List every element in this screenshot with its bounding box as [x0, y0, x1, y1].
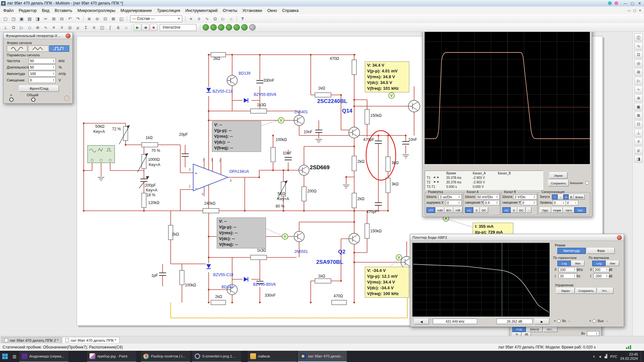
menu-10[interactable]: Установки: [240, 7, 265, 14]
component-label[interactable]: 3kΩ: [392, 182, 399, 186]
task-view-icon[interactable]: ▥: [10, 351, 19, 362]
out-terminal[interactable]: [592, 319, 596, 323]
thd-button[interactable]: THD: [512, 327, 526, 332]
volume-icon[interactable]: ◄: [598, 355, 602, 358]
cursor-left-button[interactable]: ◀: [414, 319, 429, 324]
vertical-log-button[interactable]: Log: [592, 261, 606, 266]
component-label[interactable]: Key=A: [278, 197, 289, 201]
save-file-icon[interactable]: ▣: [18, 15, 25, 22]
t2-left-arrow-icon[interactable]: ◀: [433, 181, 435, 183]
component-label[interactable]: 7: [202, 159, 204, 162]
component-label[interactable]: BZV55-B5V6: [254, 93, 276, 97]
channel-b-scale-input[interactable]: 2 V/Div▲▼: [513, 194, 537, 200]
menu-12[interactable]: Справка: [279, 7, 301, 14]
place-component-icon[interactable]: Ω: [211, 15, 219, 22]
component-label[interactable]: 1kΩ: [318, 274, 325, 278]
component-label[interactable]: 1kΩ: [318, 86, 325, 90]
probe-voltage-icon[interactable]: [203, 24, 209, 31]
component-label[interactable]: 1kΩ: [146, 136, 153, 140]
interactive-mode-box[interactable]: Interactive: [160, 24, 196, 31]
stop-simulation-button[interactable]: ■: [150, 24, 157, 31]
bode-plotter-icon[interactable]: ▷: [634, 77, 643, 85]
component-label[interactable]: 2kΩ: [215, 295, 222, 299]
zoom-out-icon[interactable]: ⊖: [93, 15, 101, 22]
trigger-rising-edge-button[interactable]: ↑: [552, 194, 558, 200]
probe-power-icon[interactable]: [218, 24, 224, 31]
print-icon[interactable]: ▤: [26, 15, 33, 22]
component-label[interactable]: 150kΩ: [370, 229, 382, 233]
bode-plotter-titlebar[interactable]: Плоттер Боде-XBP2: [410, 234, 624, 241]
pause-simulation-button[interactable]: ▮▮: [142, 24, 149, 31]
t2-right-arrow-icon[interactable]: ▶: [437, 181, 439, 183]
component-label[interactable]: 1000Ω: [148, 158, 160, 162]
component-label[interactable]: 10nF: [304, 130, 312, 134]
place-cmos-icon[interactable]: ≡: [50, 24, 58, 31]
maximize-button[interactable]: ▢: [630, 1, 635, 5]
component-label[interactable]: 2kΩ: [357, 160, 365, 164]
horizontal-log-button[interactable]: Log: [557, 261, 571, 266]
menu-8[interactable]: Инструментарий: [183, 7, 220, 14]
menu-6[interactable]: Моделирование: [118, 7, 154, 14]
menu-7[interactable]: Трансляция: [154, 7, 183, 14]
channel-b-minus-button[interactable]: -: [526, 207, 531, 213]
place-ttl-icon[interactable]: ∿: [42, 24, 50, 31]
channel-a-zero-button[interactable]: 0: [473, 207, 480, 213]
trigger-level-input[interactable]: 0▲▼: [553, 200, 566, 205]
horizontal-initial-input[interactable]: 20▲▼: [559, 274, 577, 279]
open-file-icon[interactable]: ◳: [10, 15, 17, 22]
function-generator-titlebar[interactable]: Функциональный генератор-X...: [4, 32, 72, 39]
component-label[interactable]: 18 %: [147, 193, 155, 197]
help-icon[interactable]: ?: [239, 15, 246, 22]
sinad-button[interactable]: SINAD: [526, 327, 543, 332]
component-label[interactable]: 120kΩ: [148, 201, 159, 205]
component-label[interactable]: Key=A: [149, 163, 160, 167]
component-label[interactable]: 2N5401: [294, 110, 308, 114]
component-label[interactable]: Key=A: [146, 188, 157, 192]
vertical-initial-input[interactable]: -200▲▼: [593, 274, 610, 279]
horizontal-lin-button[interactable]: Лин: [571, 261, 584, 266]
component-label[interactable]: 330nF: [263, 79, 274, 83]
frequency-counter-icon[interactable]: ≈: [634, 86, 643, 93]
taskbar-app-browser[interactable]: 0-izmeritel-t-png.1...: [192, 351, 241, 362]
oscilloscope-window[interactable]: Осциллограф-XSC1 Время Канал_A Канал_B T…: [422, 15, 592, 217]
component-label[interactable]: 8: [219, 159, 221, 162]
new-file-icon[interactable]: ▢: [2, 15, 9, 22]
trigger-b-button[interactable]: B: [569, 194, 574, 200]
minimize-button[interactable]: —: [623, 1, 628, 5]
child-close-button[interactable]: ✕: [639, 9, 641, 12]
list-view-icon[interactable]: ≡: [187, 15, 195, 22]
four-channel-oscilloscope-icon[interactable]: ⊞: [634, 68, 643, 76]
component-label[interactable]: 150kΩ: [370, 114, 382, 118]
zoom-area-icon[interactable]: ⊡: [101, 15, 109, 22]
channel-a-scale-input[interactable]: 50 mV/Div▲▼: [476, 194, 500, 200]
project-home-icon[interactable]: ⌂: [227, 15, 235, 22]
component-label[interactable]: OPA134UA: [229, 170, 249, 174]
place-rf-icon[interactable]: ◫: [98, 24, 106, 31]
bode-plotter-window[interactable]: Плоттер Боде-XBP2 Режим Амплитуда Фаза П…: [410, 234, 624, 327]
channel-a-ypos-input[interactable]: 0.4▲▼: [484, 200, 500, 205]
component-label[interactable]: 5KΩ: [278, 192, 285, 196]
component-label[interactable]: 2kΩ: [357, 197, 365, 201]
zoom-fit-icon[interactable]: ⊠: [109, 15, 117, 22]
component-label[interactable]: 330nF: [265, 293, 276, 298]
probe-digital-icon[interactable]: [233, 24, 240, 31]
component-label[interactable]: 100kΩ: [185, 283, 196, 287]
logic-analyzer-icon[interactable]: ▣: [634, 103, 643, 111]
trigger-a-button[interactable]: A: [564, 194, 569, 200]
triangle-wave-button[interactable]: [28, 45, 49, 52]
external-trigger-radio[interactable]: [585, 181, 589, 185]
fg-3-input[interactable]: 100▲▼: [29, 71, 56, 77]
clock[interactable]: 23:45 24.03.2024: [620, 352, 638, 361]
start-button[interactable]: [0, 351, 10, 362]
component-label[interactable]: 470Ω: [330, 57, 339, 61]
plus-terminal[interactable]: [9, 97, 14, 102]
save-button[interactable]: Сохранить: [548, 180, 569, 186]
horizontal-final-input[interactable]: 100▲▼: [559, 267, 577, 272]
component-label[interactable]: 70 %: [151, 149, 160, 153]
component-label[interactable]: BD140: [222, 285, 233, 289]
component-label[interactable]: 2SD669: [310, 165, 329, 171]
probe-ref-icon[interactable]: [241, 24, 248, 31]
channel-b-ypos-input[interactable]: 0▲▼: [521, 200, 537, 205]
function-generator-icon[interactable]: ∿: [634, 42, 643, 50]
amplitude-button[interactable]: Амплитуда: [557, 248, 586, 254]
